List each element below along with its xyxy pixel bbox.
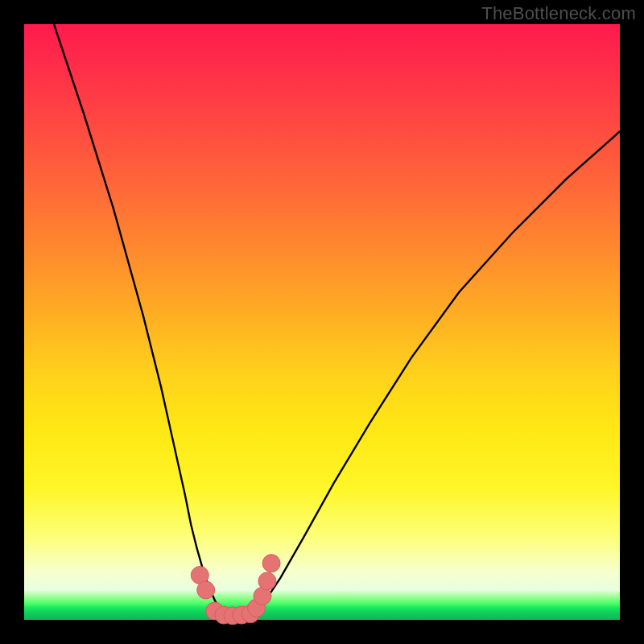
curve-layer — [54, 24, 620, 617]
marker-layer — [191, 555, 280, 625]
chart-svg — [24, 24, 620, 620]
curve-marker — [258, 572, 276, 590]
curve-marker — [197, 581, 215, 599]
right-branch-curve — [250, 131, 620, 617]
watermark-text: TheBottleneck.com — [481, 3, 636, 24]
curve-marker — [262, 555, 280, 572]
chart-frame: TheBottleneck.com — [0, 0, 644, 644]
left-branch-curve — [54, 24, 227, 617]
plot-area — [24, 24, 620, 620]
